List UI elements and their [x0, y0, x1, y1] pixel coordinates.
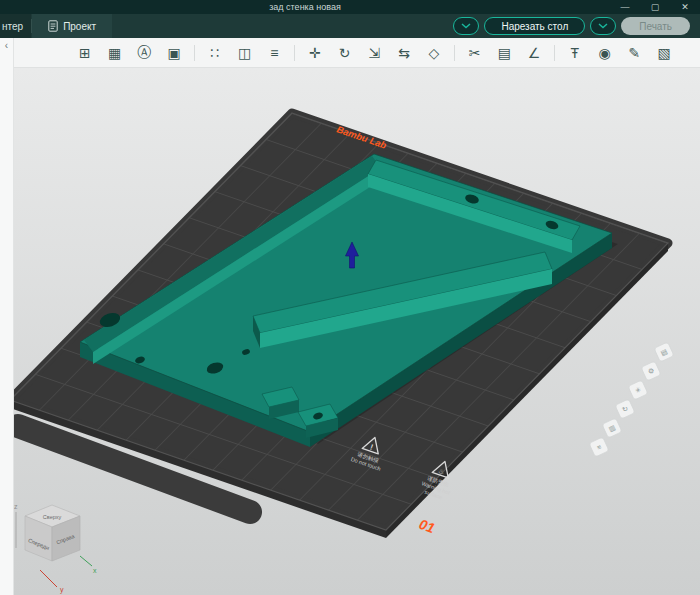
tool-color-paint[interactable]: ✎	[624, 43, 644, 63]
tool-lay-on-face[interactable]: ◇	[424, 43, 444, 63]
document-icon	[48, 20, 58, 32]
viewport-3d[interactable]: Bambu Lab 01 ! 请勿触摸 Do not touch ♨ 谨防烫伤 …	[0, 68, 700, 595]
main-toolbar: ⊞ ▦ Ⓐ ▣ ∷ ◫ ≡ ✛ ↻ ⇲ ⇆ ◇ ✂ ▤ ∠ Ŧ ◉ ✎ ▧	[13, 38, 700, 68]
tab-project-label: Проект	[63, 21, 96, 32]
tool-support-paint[interactable]: Ŧ	[565, 43, 585, 63]
tool-mirror[interactable]: ⇆	[394, 43, 414, 63]
tab-bar: нтер Проект Нарезать стол Печать	[0, 14, 700, 38]
nav-cube-top-label: Сверху	[43, 514, 62, 520]
tool-scale[interactable]: ⇲	[365, 43, 385, 63]
toolbar-separator	[554, 45, 555, 61]
chevron-down-icon	[461, 23, 471, 29]
tool-add-object[interactable]: ⊞	[75, 43, 95, 63]
minimize-button[interactable]: —	[610, 0, 640, 14]
left-panel-collapsed: ‹	[0, 38, 14, 595]
print-dropdown-button[interactable]	[590, 17, 616, 35]
toolbar-separator	[454, 45, 455, 61]
toolbar-separator	[194, 45, 195, 61]
close-button[interactable]: ✕	[670, 0, 700, 14]
y-axis-label: y	[60, 586, 64, 594]
maximize-button[interactable]: ▢	[640, 0, 670, 14]
window-title: зад стенка новая	[0, 0, 610, 14]
tool-cut[interactable]: ✂	[465, 43, 485, 63]
chevron-down-icon	[598, 23, 608, 29]
tool-measure[interactable]: ∠	[524, 43, 544, 63]
tool-assembly-view[interactable]: ▧	[654, 43, 674, 63]
tab-project[interactable]: Проект	[32, 14, 112, 38]
tool-arrange[interactable]: ▦	[105, 43, 125, 63]
window-controls: — ▢ ✕	[610, 0, 700, 14]
tool-variable-layer-height[interactable]: ▤	[495, 43, 515, 63]
tool-seam-paint[interactable]: ◉	[595, 43, 615, 63]
z-axis-label: z	[14, 503, 18, 510]
tool-object-list[interactable]: ≡	[264, 43, 284, 63]
tool-add-primitive[interactable]: ▣	[164, 43, 184, 63]
collapse-panel-chevron[interactable]: ‹	[5, 41, 8, 595]
tool-split-object[interactable]: ◫	[235, 43, 255, 63]
tool-add-text[interactable]: Ⓐ	[134, 43, 154, 63]
action-buttons: Нарезать стол Печать	[453, 17, 700, 35]
tool-rotate[interactable]: ↻	[335, 43, 355, 63]
tool-move[interactable]: ✛	[305, 43, 325, 63]
tab-printer-partial[interactable]: нтер	[0, 14, 31, 38]
title-bar: зад стенка новая	[0, 0, 700, 14]
slice-dropdown-button[interactable]	[453, 17, 479, 35]
tool-layout-grid[interactable]: ∷	[205, 43, 225, 63]
toolbar-separator	[294, 45, 295, 61]
slice-plate-button[interactable]: Нарезать стол	[484, 17, 585, 35]
x-axis-label: x	[93, 567, 97, 574]
print-button[interactable]: Печать	[621, 17, 690, 35]
